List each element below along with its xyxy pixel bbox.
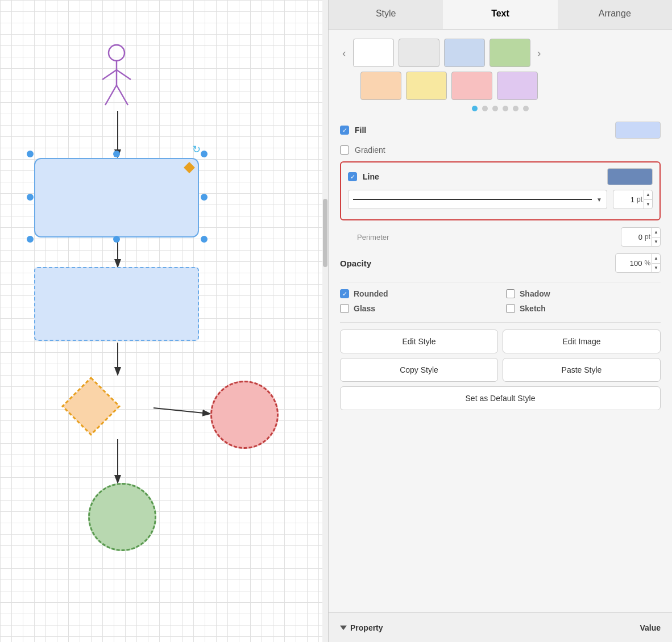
edit-style-button[interactable]: Edit Style — [340, 330, 498, 353]
shadow-item: Shadow — [506, 289, 661, 298]
gradient-row: Gradient — [340, 145, 661, 155]
shadow-checkbox[interactable] — [506, 289, 515, 298]
line-width-input[interactable]: 1 pt ▲ ▼ — [613, 190, 653, 209]
dot-2[interactable] — [482, 106, 488, 111]
swatch-light-blue[interactable] — [444, 39, 485, 67]
opacity-spinners: ▲ ▼ — [652, 254, 660, 272]
style-buttons: Edit Style Edit Image Copy Style Paste S… — [340, 330, 661, 382]
opacity-label: Opacity — [340, 259, 609, 268]
orange-diamond-handle[interactable] — [184, 162, 195, 173]
tab-bar: Style Text Arrange — [329, 0, 672, 30]
swatch-lavender[interactable] — [497, 72, 538, 100]
handle-bc[interactable] — [113, 236, 120, 243]
dot-1[interactable] — [472, 106, 478, 111]
opacity-row: Opacity 100 % ▲ ▼ — [340, 253, 661, 273]
fill-color-swatch[interactable] — [615, 122, 661, 139]
line-label: Line — [363, 172, 408, 181]
perimeter-up[interactable]: ▲ — [652, 228, 660, 237]
scrollbar[interactable] — [322, 0, 328, 642]
gradient-checkbox[interactable] — [340, 145, 349, 155]
red-dashed-circle[interactable] — [210, 381, 279, 449]
line-width-value: 1 — [613, 195, 637, 204]
handle-tl[interactable] — [27, 151, 34, 157]
swatch-page-dots — [340, 106, 661, 111]
dropdown-arrow-icon: ▼ — [596, 197, 602, 203]
line-style-row: ▼ 1 pt ▲ ▼ — [348, 190, 653, 209]
line-checkbox[interactable] — [348, 172, 357, 181]
swatch-row-2 — [340, 72, 661, 100]
dot-4[interactable] — [503, 106, 508, 111]
gradient-label: Gradient — [355, 145, 400, 155]
perimeter-spinners: ▲ ▼ — [652, 228, 660, 246]
green-dashed-circle[interactable] — [88, 483, 156, 551]
dot-3[interactable] — [492, 106, 498, 111]
next-arrow[interactable]: › — [535, 44, 544, 62]
handle-tr[interactable] — [201, 151, 208, 157]
swatch-light-green[interactable] — [490, 39, 530, 67]
selected-rectangle[interactable]: ↻ — [34, 158, 199, 237]
canvas[interactable]: ↻ — [0, 0, 329, 642]
dot-5[interactable] — [513, 106, 518, 111]
dot-6[interactable] — [523, 106, 529, 111]
line-width-down[interactable]: ▼ — [644, 200, 652, 209]
line-width-up[interactable]: ▲ — [644, 190, 652, 200]
sketch-label: Sketch — [520, 304, 546, 313]
rotate-icon[interactable]: ↻ — [192, 143, 201, 156]
glass-item: Glass — [340, 304, 495, 313]
prev-arrow[interactable]: ‹ — [340, 44, 349, 62]
line-section: Line ▼ 1 pt ▲ ▼ — [340, 161, 661, 220]
panel-content: ‹ › Fill — [329, 30, 672, 612]
property-triangle-icon[interactable] — [340, 626, 347, 630]
tab-style[interactable]: Style — [329, 0, 443, 29]
swatch-peach[interactable] — [360, 72, 401, 100]
right-panel: Style Text Arrange ‹ › — [329, 0, 672, 642]
stick-figure — [94, 43, 139, 113]
property-footer: Property Value — [329, 612, 672, 642]
line-width-spinners: ▲ ▼ — [644, 190, 652, 209]
perimeter-input[interactable]: 0 pt ▲ ▼ — [621, 227, 661, 247]
line-preview — [353, 199, 592, 200]
swatch-white[interactable] — [353, 39, 394, 67]
swatch-pink[interactable] — [451, 72, 492, 100]
svg-line-3 — [154, 408, 209, 414]
rounded-checkbox[interactable] — [340, 289, 349, 298]
tab-arrange[interactable]: Arrange — [558, 0, 672, 29]
svg-line-10 — [117, 85, 128, 105]
opacity-up[interactable]: ▲ — [652, 254, 660, 264]
fill-row: Fill — [340, 122, 661, 139]
glass-label: Glass — [354, 304, 375, 313]
edit-image-button[interactable]: Edit Image — [503, 330, 661, 353]
perimeter-unit: pt — [645, 233, 652, 241]
handle-tc[interactable] — [113, 151, 120, 157]
scrollbar-thumb[interactable] — [323, 199, 327, 267]
dashed-rectangle[interactable] — [34, 267, 199, 341]
paste-style-button[interactable]: Paste Style — [503, 358, 661, 382]
style-checkboxes: Rounded Shadow Glass Sketch — [340, 289, 661, 313]
handle-ml[interactable] — [27, 194, 34, 201]
glass-checkbox[interactable] — [340, 304, 349, 313]
set-default-style-button[interactable]: Set as Default Style — [340, 386, 661, 410]
handle-br[interactable] — [201, 236, 208, 243]
opacity-unit: % — [644, 259, 652, 267]
tab-text[interactable]: Text — [443, 0, 557, 29]
copy-style-button[interactable]: Copy Style — [340, 358, 498, 382]
fill-label: Fill — [355, 126, 400, 135]
line-header-row: Line — [348, 168, 653, 185]
handle-bl[interactable] — [27, 236, 34, 243]
sketch-item: Sketch — [506, 304, 661, 313]
perimeter-down[interactable]: ▼ — [652, 237, 660, 247]
swatch-yellow[interactable] — [406, 72, 447, 100]
handle-mr[interactable] — [201, 194, 208, 201]
svg-line-8 — [117, 70, 131, 80]
fill-checkbox[interactable] — [340, 126, 349, 135]
line-color-swatch[interactable] — [607, 168, 653, 185]
svg-marker-11 — [63, 378, 119, 435]
opacity-input[interactable]: 100 % ▲ ▼ — [615, 253, 661, 273]
line-style-dropdown[interactable]: ▼ — [348, 190, 607, 209]
swatch-light-gray[interactable] — [399, 39, 439, 67]
diamond-shape[interactable] — [60, 375, 122, 437]
opacity-down[interactable]: ▼ — [652, 264, 660, 273]
divider-2 — [340, 322, 661, 323]
shadow-label: Shadow — [520, 289, 550, 298]
sketch-checkbox[interactable] — [506, 304, 515, 313]
